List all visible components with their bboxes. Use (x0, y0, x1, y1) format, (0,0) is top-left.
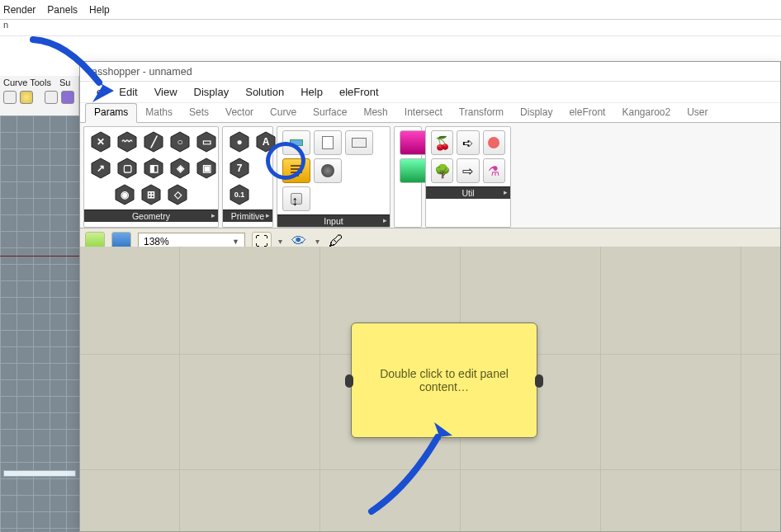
gh-canvas[interactable]: Double click to edit panel content… (80, 247, 780, 531)
input-toggle-icon[interactable]: ↕ (282, 186, 310, 211)
expand-geometry-icon[interactable]: ▸ (211, 211, 215, 219)
lock-icon[interactable] (45, 91, 58, 104)
ribbon-group-input: ↕ Input▸ (277, 126, 390, 228)
viewport-slider[interactable] (3, 470, 76, 477)
util-cherry-icon[interactable]: 🍒 (431, 130, 453, 155)
zoom-value: 138% (144, 236, 169, 247)
gh-ribbon: ✕ 〰 ╱ ○ ▭ ↗ ▢ ◧ ◈ ▣ ◉ ⊞ ◇ (80, 123, 780, 228)
tab-sets[interactable]: Sets (181, 104, 217, 122)
ribbon-footer-geometry[interactable]: Geometry (132, 211, 170, 221)
gh-titlebar: asshopper - unnamed (80, 62, 780, 82)
menu-elefront[interactable]: eleFront (339, 86, 379, 98)
param-surface-icon[interactable]: ▢ (116, 157, 139, 180)
param-plane-icon[interactable]: ▭ (195, 130, 218, 153)
colour-swatch-icon[interactable] (400, 130, 428, 155)
util-blob-icon[interactable] (483, 130, 505, 155)
param-geometry-icon[interactable]: ◉ (113, 183, 136, 206)
ribbon-footer-util[interactable]: Util (462, 188, 474, 198)
rhino-tab-curve-tools[interactable]: Curve Tools (3, 78, 51, 87)
param-mesh-icon[interactable]: ◈ (168, 157, 192, 180)
rhino-icon-4[interactable] (61, 91, 74, 104)
tab-transform[interactable]: Transform (451, 104, 512, 122)
menu-file-partial[interactable]: e (97, 86, 102, 98)
util-flask-icon[interactable]: ⚗ (483, 158, 505, 183)
panel-output-grip[interactable] (535, 374, 543, 388)
util-jump-icon[interactable]: ➪ (457, 130, 479, 155)
rhino-subbar: n (0, 20, 781, 36)
param-number-icon[interactable]: 0.1 (228, 183, 251, 206)
menu-help[interactable]: Help (89, 4, 110, 16)
ribbon-group-geometry: ✕ 〰 ╱ ○ ▭ ↗ ▢ ◧ ◈ ▣ ◉ ⊞ ◇ (83, 126, 219, 228)
tab-surface[interactable]: Surface (305, 104, 355, 122)
chevron-down-icon: ▼ (232, 238, 239, 246)
gh-menu-bar: e Edit View Display Solution Help eleFro… (80, 82, 780, 103)
param-field-icon[interactable]: ⊞ (140, 183, 163, 206)
menu-panels[interactable]: Panels (47, 4, 78, 16)
menu-solution[interactable]: Solution (245, 86, 284, 98)
rhino-icon-1[interactable] (3, 91, 17, 104)
param-box-icon[interactable]: ▣ (195, 157, 218, 180)
input-mdslider-icon[interactable] (345, 130, 373, 155)
tab-maths[interactable]: Maths (137, 104, 181, 122)
menu-view[interactable]: View (154, 86, 178, 98)
gh-title-text: asshopper - unnamed (92, 66, 192, 78)
gh-ribbon-tabs: Params Maths Sets Vector Curve Surface M… (80, 103, 780, 123)
param-line-icon[interactable]: ╱ (142, 130, 165, 153)
panel-text: Double click to edit panel content… (368, 367, 520, 393)
tab-mesh[interactable]: Mesh (355, 104, 395, 122)
menu-display[interactable]: Display (194, 86, 230, 98)
param-curve-icon[interactable]: 〰 (116, 130, 139, 153)
rhino-tab-surface[interactable]: Su (59, 78, 70, 87)
tab-intersect[interactable]: Intersect (396, 104, 451, 122)
rhino-menu-bar: Render Panels Help (0, 0, 781, 20)
gradient-icon[interactable] (400, 158, 428, 183)
tab-user[interactable]: User (679, 104, 716, 122)
tab-display[interactable]: Display (512, 104, 561, 122)
grasshopper-window: asshopper - unnamed e Edit View Display … (79, 61, 781, 532)
input-panel-icon[interactable] (282, 158, 310, 183)
param-boolean-icon[interactable]: ● (228, 130, 251, 153)
viewport-axis (0, 256, 79, 257)
menu-edit[interactable]: Edit (119, 86, 137, 98)
ribbon-footer-input[interactable]: Input (324, 216, 343, 226)
tab-elefront[interactable]: eleFront (561, 104, 613, 122)
tab-kangaroo[interactable]: Kangaroo2 (613, 104, 679, 122)
param-integer-icon[interactable]: 7 (228, 157, 251, 180)
expand-input-icon[interactable]: ▸ (383, 216, 387, 224)
param-vector-icon[interactable]: ↗ (89, 157, 112, 180)
util-merge-icon[interactable]: ⇨ (457, 158, 479, 183)
ribbon-group-util: 🍒 ➪ 🌳 ⇨ ⚗ Util▸ (425, 126, 511, 228)
tab-curve[interactable]: Curve (262, 104, 305, 122)
param-brep-icon[interactable]: ◧ (142, 157, 165, 180)
param-text-icon[interactable]: A (254, 130, 277, 153)
expand-primitive-icon[interactable]: ▸ (266, 211, 270, 219)
input-valuelist-icon[interactable] (314, 158, 342, 183)
param-group-icon[interactable]: ◇ (166, 183, 189, 206)
ribbon-group-util-small (394, 126, 422, 228)
menu-render[interactable]: Render (3, 4, 36, 16)
tab-vector[interactable]: Vector (217, 104, 262, 122)
input-slider-icon[interactable] (282, 130, 310, 155)
tab-params[interactable]: Params (85, 103, 137, 123)
panel-component[interactable]: Double click to edit panel content… (351, 322, 537, 438)
panel-input-grip[interactable] (345, 374, 353, 388)
ribbon-group-primitive: ● A 7 0.1 Primitive▸ (222, 126, 273, 228)
expand-util-icon[interactable]: ▸ (504, 188, 508, 196)
menu-help[interactable]: Help (301, 86, 323, 98)
param-circle-icon[interactable]: ○ (168, 130, 192, 153)
input-panel-btn-icon[interactable] (314, 130, 342, 155)
util-tree-icon[interactable]: 🌳 (431, 158, 453, 183)
lightbulb-icon[interactable] (20, 91, 33, 104)
ribbon-footer-primitive[interactable]: Primitive (231, 211, 264, 221)
param-point-icon[interactable]: ✕ (89, 130, 112, 153)
rhino-viewport[interactable] (0, 115, 79, 532)
